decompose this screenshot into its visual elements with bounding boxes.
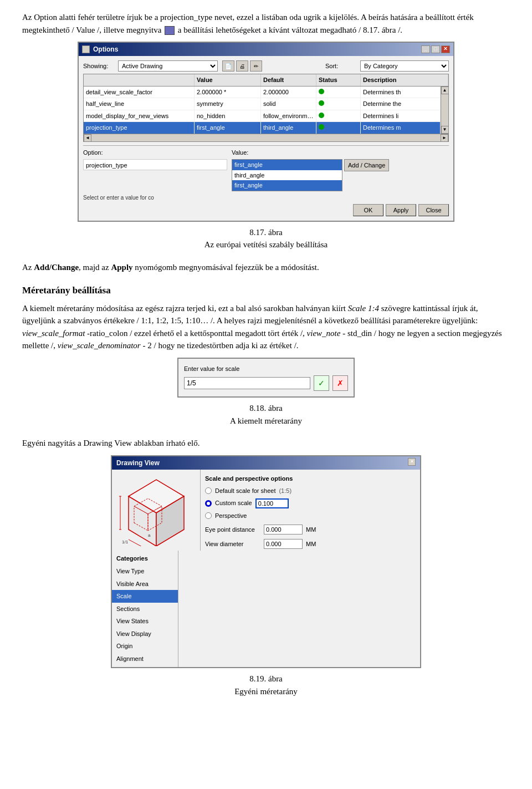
radio-perspective[interactable] bbox=[205, 512, 212, 519]
scroll-up[interactable]: ▲ bbox=[441, 86, 449, 94]
showing-sort-row: Showing: Active Drawing 📄 🖨 ✏ Sort: By C… bbox=[83, 60, 449, 72]
dv-left-panel: a 1/1 Categories View Type Visible Area … bbox=[112, 470, 201, 668]
category-origin[interactable]: Origin bbox=[112, 640, 178, 653]
options-title: Options bbox=[93, 44, 118, 54]
cell-default: third_angle bbox=[261, 122, 316, 134]
sort-select[interactable]: By Category bbox=[360, 60, 449, 72]
scroll-right[interactable]: ► bbox=[441, 134, 448, 142]
value-dropdown[interactable]: first_angle third_angle first_angle bbox=[232, 159, 342, 191]
value-label: Value: bbox=[232, 148, 389, 157]
cell-desc: Determines m bbox=[361, 122, 441, 134]
category-view-states[interactable]: View States bbox=[112, 615, 178, 628]
view-diameter-unit: MM bbox=[306, 539, 316, 549]
option-value-row: Option: projection_type Value: first_ang… bbox=[83, 148, 449, 191]
scale-cancel-button[interactable]: ✗ bbox=[332, 375, 348, 391]
cell-default: follow_environment bbox=[261, 110, 316, 122]
toolbar: 📄 🖨 ✏ bbox=[222, 60, 262, 72]
category-visible-area[interactable]: Visible Area bbox=[112, 578, 178, 591]
add-change-button[interactable]: Add / Change bbox=[344, 159, 389, 171]
view-diameter-input[interactable] bbox=[264, 539, 303, 549]
svg-text:a: a bbox=[148, 533, 151, 538]
option-field: Option: projection_type bbox=[83, 148, 227, 171]
dv-option-custom-scale: Custom scale bbox=[205, 498, 416, 508]
table-row[interactable]: model_display_for_new_views no_hidden fo… bbox=[84, 110, 441, 123]
cell-value: no_hidden bbox=[195, 110, 261, 122]
drawing-view-dialog: Drawing View ✕ bbox=[111, 455, 421, 669]
radio-default-scale[interactable] bbox=[205, 487, 212, 494]
default-scale-hint: (1:5) bbox=[279, 486, 291, 496]
apply-button[interactable]: Apply bbox=[386, 204, 416, 216]
value-list-item-selected[interactable]: first_angle bbox=[232, 180, 342, 191]
hint-text: Select or enter a value for co bbox=[83, 194, 449, 202]
cell-name: model_display_for_new_views bbox=[84, 110, 195, 122]
eye-point-input[interactable] bbox=[264, 525, 303, 535]
separator bbox=[83, 145, 449, 146]
value-field: Value: first_angle third_angle first_ang… bbox=[232, 148, 389, 191]
caption-817-desc: Az európai vetítési szabály beállítása bbox=[204, 240, 328, 249]
scroll-left[interactable]: ◄ bbox=[84, 134, 91, 142]
value-input-row: first_angle third_angle first_angle Add … bbox=[232, 159, 389, 191]
custom-scale-input[interactable] bbox=[255, 498, 289, 508]
caption-818-desc: A kiemelt méretarány bbox=[230, 416, 302, 425]
categories-label: Categories bbox=[112, 553, 178, 564]
toolbar-btn-2[interactable]: 🖨 bbox=[236, 60, 248, 72]
caption-819: 8.19. ábra Egyéni méretarány bbox=[22, 673, 510, 698]
minimize-button[interactable]: _ bbox=[421, 45, 430, 53]
horizontal-scrollbar[interactable]: ◄ ► bbox=[84, 134, 448, 141]
showing-group: Showing: Active Drawing 📄 🖨 ✏ bbox=[83, 60, 262, 72]
apply-bold: Apply bbox=[111, 263, 132, 272]
ok-button[interactable]: OK bbox=[353, 204, 383, 216]
radio-custom-scale[interactable] bbox=[205, 500, 212, 507]
caption-817: 8.17. ábra Az európai vetítési szabály b… bbox=[22, 226, 510, 251]
category-sections[interactable]: Sections bbox=[112, 603, 178, 615]
cell-desc: Determines li bbox=[361, 110, 441, 122]
vertical-scrollbar[interactable]: ▲ ▼ bbox=[441, 86, 448, 134]
titlebar-icon bbox=[82, 45, 90, 53]
cell-status bbox=[316, 122, 361, 134]
iso-box-svg: a 1/1 bbox=[117, 474, 195, 546]
dv-eye-point-row: Eye point distance MM bbox=[205, 525, 416, 535]
category-alignment[interactable]: Alignment bbox=[112, 653, 178, 665]
svg-text:1/1: 1/1 bbox=[122, 539, 129, 544]
close-button[interactable]: Close bbox=[418, 204, 449, 216]
cell-status bbox=[316, 86, 361, 98]
add-change-text: Az Add/Change, majd az Apply nyomógomb m… bbox=[22, 261, 510, 274]
options-body: Showing: Active Drawing 📄 🖨 ✏ Sort: By C… bbox=[79, 56, 453, 221]
maximize-button[interactable]: □ bbox=[431, 45, 440, 53]
table-row[interactable]: half_view_line symmetry solid Determine … bbox=[84, 98, 441, 110]
col-value: Value bbox=[195, 74, 261, 86]
cell-status bbox=[316, 110, 361, 122]
value-selected[interactable]: first_angle bbox=[232, 160, 342, 170]
dv-close-btn[interactable]: ✕ bbox=[408, 458, 416, 466]
category-scale[interactable]: Scale bbox=[112, 590, 178, 603]
scale-ok-button[interactable]: ✓ bbox=[314, 375, 329, 391]
toolbar-btn-3[interactable]: ✏ bbox=[250, 60, 262, 72]
drawing-view-wrapper: Drawing View ✕ bbox=[22, 455, 510, 669]
scale-input[interactable] bbox=[184, 377, 310, 389]
showing-label: Showing: bbox=[83, 62, 114, 71]
sort-group: Sort: By Category bbox=[325, 60, 449, 72]
value-list-item[interactable]: third_angle bbox=[232, 170, 342, 181]
cell-default: solid bbox=[261, 98, 316, 110]
cell-value: symmetry bbox=[195, 98, 261, 110]
col-name bbox=[84, 74, 195, 86]
sort-label: Sort: bbox=[325, 62, 356, 71]
dv-preview: a 1/1 bbox=[112, 470, 201, 551]
titlebar-controls: _ □ ✕ bbox=[421, 45, 450, 53]
table-row-highlighted[interactable]: projection_type first_angle third_angle … bbox=[84, 122, 441, 134]
category-view-type[interactable]: View Type bbox=[112, 565, 178, 578]
scale-label: Enter value for scale bbox=[184, 364, 348, 374]
dv-view-diameter-row: View diameter MM bbox=[205, 539, 416, 549]
section-title: Méretarány beállítása bbox=[22, 283, 510, 298]
scroll-down[interactable]: ▼ bbox=[441, 126, 449, 134]
eye-point-label: Eye point distance bbox=[205, 525, 260, 535]
scale-input-row: ✓ ✗ bbox=[184, 375, 348, 391]
cell-name: detail_view_scale_factor bbox=[84, 86, 195, 98]
toolbar-btn-1[interactable]: 📄 bbox=[222, 60, 234, 72]
category-view-display[interactable]: View Display bbox=[112, 628, 178, 640]
close-window-button[interactable]: ✕ bbox=[441, 45, 450, 53]
dv-titlebar-controls: ✕ bbox=[408, 458, 416, 468]
showing-select[interactable]: Active Drawing bbox=[118, 60, 218, 72]
table-row[interactable]: detail_view_scale_factor 2.000000 * 2.00… bbox=[84, 86, 441, 99]
last-text: Egyéni nagyítás a Drawing View ablakban … bbox=[22, 437, 510, 450]
